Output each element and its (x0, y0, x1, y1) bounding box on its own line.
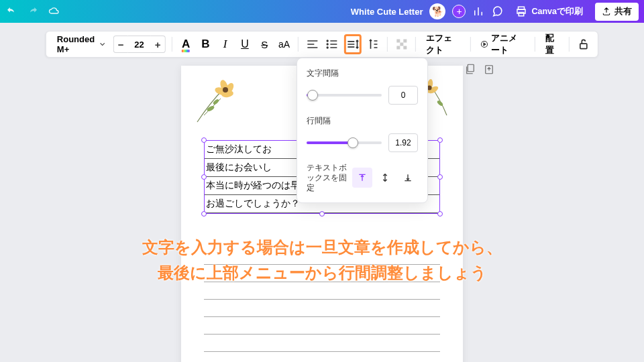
strikethrough-button[interactable]: S (257, 34, 272, 54)
letter-spacing-label: 文字間隔 (307, 68, 418, 79)
line-spacing-value[interactable]: 1.92 (388, 133, 418, 152)
svg-point-4 (327, 44, 328, 45)
align-button[interactable] (305, 34, 320, 54)
list-button[interactable] (324, 34, 339, 54)
svg-rect-7 (403, 40, 407, 43)
bold-button[interactable]: B (198, 34, 213, 54)
spacing-button[interactable] (344, 34, 362, 54)
animate-icon (480, 39, 488, 50)
svg-point-19 (223, 87, 228, 93)
resize-handle[interactable] (319, 211, 325, 217)
font-size-input[interactable]: 22 (128, 36, 151, 53)
position-button[interactable]: 配置 (541, 29, 563, 59)
anchor-bottom-button[interactable] (398, 168, 418, 188)
font-name-label: Rounded M+ (57, 34, 97, 54)
line-spacing-slider[interactable] (307, 141, 382, 144)
insights-icon[interactable] (472, 5, 484, 17)
letter-spacing-value[interactable]: 0 (388, 86, 418, 105)
svg-rect-9 (396, 46, 400, 50)
svg-rect-13 (468, 64, 474, 72)
document-title[interactable]: White Cute Letter (351, 7, 423, 17)
spacing-popover: 文字間隔 0 行間隔 1.92 テキストボックスを固定 (297, 58, 428, 203)
add-member-button[interactable]: + (452, 5, 466, 18)
svg-rect-8 (400, 43, 403, 46)
flower-decoration-top-left (191, 75, 251, 129)
printer-icon (515, 5, 527, 17)
avatar[interactable]: 🐕 (429, 3, 445, 19)
tip-line-2: 最後に上部メニューから行間調整しましょう (0, 260, 644, 286)
text-color-button[interactable]: A (178, 34, 193, 54)
underline-button[interactable]: U (237, 34, 252, 54)
chevron-down-icon (100, 41, 105, 48)
transparency-button[interactable] (394, 34, 409, 54)
resize-handle[interactable] (201, 174, 207, 180)
print-button[interactable]: Canvaで印刷 (510, 3, 588, 20)
app-header: White Cute Letter 🐕 + Canvaで印刷 共有 (0, 0, 644, 23)
svg-rect-6 (396, 40, 400, 43)
share-icon (602, 7, 611, 16)
effects-button[interactable]: エフェクト (422, 29, 464, 59)
print-label: Canvaで印刷 (531, 6, 583, 17)
svg-rect-12 (580, 44, 587, 48)
svg-rect-10 (403, 46, 407, 50)
italic-button[interactable]: I (217, 34, 233, 54)
comment-icon[interactable] (491, 5, 503, 17)
font-size-increase[interactable]: + (151, 36, 166, 53)
resize-handle[interactable] (437, 174, 443, 180)
font-size-decrease[interactable]: − (113, 36, 128, 53)
anchor-middle-button[interactable] (375, 168, 395, 188)
lock-button[interactable] (576, 34, 591, 54)
letter-spacing-slider[interactable] (307, 94, 382, 97)
undo-icon[interactable] (5, 5, 17, 17)
resize-handle[interactable] (437, 211, 443, 217)
cloud-sync-icon[interactable] (48, 5, 60, 17)
text-toolbar: Rounded M+ − 22 + A B I U S aA エフェクト アニメ… (46, 31, 598, 58)
resize-handle[interactable] (437, 137, 443, 143)
duplicate-page-icon[interactable] (464, 63, 476, 75)
export-page-icon[interactable] (483, 63, 495, 75)
instruction-overlay: 文字を入力する場合は一旦文章を作成してから、 最後に上部メニューから行間調整しま… (0, 235, 644, 286)
anchor-label: テキストボックスを固定 (307, 163, 352, 193)
text-case-button[interactable]: aA (276, 34, 292, 54)
line-spacing-label: 行間隔 (307, 115, 418, 127)
share-label: 共有 (614, 6, 632, 17)
resize-handle[interactable] (201, 137, 207, 143)
tip-line-1: 文字を入力する場合は一旦文章を作成してから、 (0, 235, 644, 260)
vertical-text-button[interactable] (366, 34, 381, 54)
animate-button[interactable]: アニメート (476, 29, 529, 59)
redo-icon[interactable] (27, 5, 39, 17)
font-family-select[interactable]: Rounded M+ (53, 32, 109, 57)
svg-point-21 (213, 99, 220, 105)
svg-point-5 (327, 47, 328, 48)
anchor-top-button[interactable] (352, 168, 372, 188)
resize-handle[interactable] (201, 211, 207, 217)
svg-point-3 (327, 40, 328, 42)
share-button[interactable]: 共有 (595, 3, 639, 21)
svg-point-20 (206, 105, 215, 112)
